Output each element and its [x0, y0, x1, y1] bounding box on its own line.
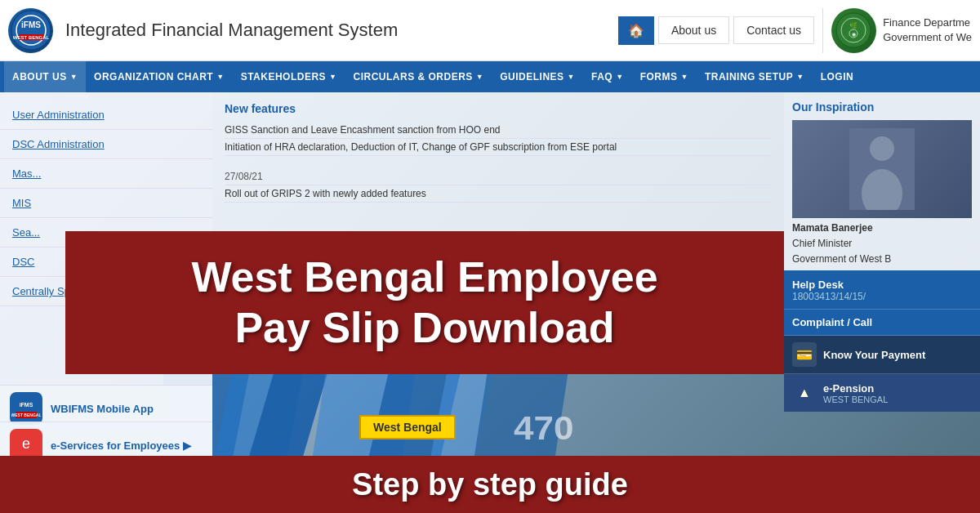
- pension-icon: ▲: [792, 381, 817, 405]
- banner-line-2: Pay Slip Download: [90, 302, 760, 353]
- nav-stakeholders[interactable]: STAKEHOLDERS ▼: [233, 61, 345, 92]
- svg-point-0: [11, 11, 51, 50]
- svg-text:🌿: 🌿: [849, 21, 858, 29]
- feature-item-2: Initiation of HRA declaration, Deduction…: [225, 139, 772, 156]
- help-desk-number: 18003413/14/15/: [792, 291, 972, 302]
- main-navbar: ABOUT US ▼ ORGANIZATION CHART ▼ STAKEHOL…: [0, 61, 980, 92]
- about-us-link[interactable]: About us: [658, 16, 729, 44]
- nav-circulars[interactable]: CIRCULARS & ORDERS ▼: [345, 61, 492, 92]
- inspiration-person-org: Government of West B: [792, 253, 972, 265]
- header: iFMS WEST BENGAL Integrated Financial Ma…: [0, 0, 980, 61]
- help-desk-title: Help Desk: [792, 279, 972, 291]
- svg-point-25: [870, 136, 894, 161]
- main-content: 470 User Administration DSC Administrati…: [0, 92, 980, 513]
- inspiration-person-title: Chief Minister: [792, 238, 972, 249]
- feature-item-1: GISS Sanction and Leave Encashment sanct…: [225, 122, 772, 139]
- pension-title: e-Pension: [823, 382, 888, 395]
- finance-emblem-icon: 🌿 ◉: [831, 8, 876, 53]
- svg-text:iFMS: iFMS: [21, 20, 41, 29]
- logo-text: Integrated Financial Management System: [61, 20, 398, 41]
- svg-text:◉: ◉: [852, 32, 856, 37]
- nav-forms[interactable]: FORMS ▼: [632, 61, 697, 92]
- know-your-payment-panel[interactable]: 💳 Know Your Payment: [784, 336, 980, 374]
- finance-department: 🌿 ◉ Finance Departme Government of We: [822, 8, 972, 53]
- chevron-down-icon: ▼: [329, 73, 336, 81]
- west-bengal-label: West Bengal: [359, 415, 456, 439]
- svg-text:WEST BENGAL: WEST BENGAL: [11, 413, 41, 417]
- payment-icon: 💳: [792, 342, 817, 367]
- eservices-label: e-Services for Employees ▶: [51, 439, 191, 452]
- header-navigation: 🏠 About us Contact us: [618, 16, 814, 45]
- svg-text:e: e: [22, 435, 30, 452]
- nav-training[interactable]: TRAINING SETUP ▼: [697, 61, 813, 92]
- chevron-down-icon: ▼: [70, 73, 78, 81]
- feature-date: 27/08/21: [225, 168, 772, 185]
- sidebar-item-user-admin[interactable]: User Administration: [0, 100, 212, 130]
- nav-org-chart[interactable]: ORGANIZATION CHART ▼: [86, 61, 233, 92]
- contact-us-link[interactable]: Contact us: [733, 16, 814, 44]
- right-panel: Our Inspiration Mamata Banerjee Chief Mi…: [784, 92, 980, 513]
- chevron-down-icon: ▼: [568, 73, 575, 81]
- svg-text:iFMS: iFMS: [20, 402, 33, 408]
- feature-update: Roll out of GRIPS 2 with newly added fea…: [225, 185, 772, 203]
- e-pension-panel[interactable]: ▲ e-Pension WEST BENGAL: [784, 374, 980, 412]
- main-banner: West Bengal Employee Pay Slip Download: [65, 231, 784, 374]
- finance-dept-text: Finance Departme Government of We: [883, 16, 972, 45]
- pension-subtitle: WEST BENGAL: [823, 395, 888, 404]
- sidebar-item-master[interactable]: Mas...: [0, 159, 212, 189]
- nav-about-us[interactable]: ABOUT US ▼: [4, 61, 86, 92]
- bottom-banner-text: Step by step guide: [352, 467, 628, 502]
- complaint-title: Complaint / Call: [792, 316, 972, 328]
- system-title: Integrated Financial Management System: [65, 20, 398, 41]
- svg-text:470: 470: [514, 410, 573, 447]
- chevron-down-icon: ▼: [680, 73, 688, 81]
- nav-guidelines[interactable]: GUIDELINES ▼: [492, 61, 583, 92]
- banner-line-1: West Bengal Employee: [90, 252, 760, 302]
- logo-area: iFMS WEST BENGAL Integrated Financial Ma…: [8, 8, 618, 53]
- nav-faq[interactable]: FAQ ▼: [583, 61, 632, 92]
- svg-text:WEST BENGAL: WEST BENGAL: [12, 35, 49, 40]
- chevron-down-icon: ▼: [616, 73, 623, 81]
- bottom-banner: Step by step guide: [0, 456, 980, 513]
- wbifms-icon: iFMS WEST BENGAL: [10, 392, 42, 425]
- inspiration-title: Our Inspiration: [792, 100, 972, 114]
- sidebar-item-mis[interactable]: MIS: [0, 189, 212, 218]
- inspiration-person-name: Mamata Banerjee: [792, 222, 972, 234]
- our-inspiration: Our Inspiration Mamata Banerjee Chief Mi…: [784, 92, 980, 272]
- new-features-title: New features: [225, 102, 772, 115]
- sidebar-item-dsc-admin[interactable]: DSC Administration: [0, 130, 212, 159]
- complaint-call-panel[interactable]: Complaint / Call: [784, 310, 980, 336]
- home-button[interactable]: 🏠: [618, 16, 654, 45]
- inspiration-photo: [792, 120, 972, 218]
- nav-login[interactable]: LOGIN: [813, 61, 862, 92]
- ifms-logo: iFMS WEST BENGAL: [8, 8, 53, 53]
- chevron-down-icon: ▼: [476, 73, 483, 81]
- chevron-down-icon: ▼: [796, 73, 804, 81]
- wbifms-app-label: WBIFMS Mobile App: [51, 403, 154, 415]
- know-payment-label: Know Your Payment: [823, 349, 925, 361]
- chevron-down-icon: ▼: [216, 73, 224, 81]
- help-desk-panel: Help Desk 18003413/14/15/: [784, 272, 980, 310]
